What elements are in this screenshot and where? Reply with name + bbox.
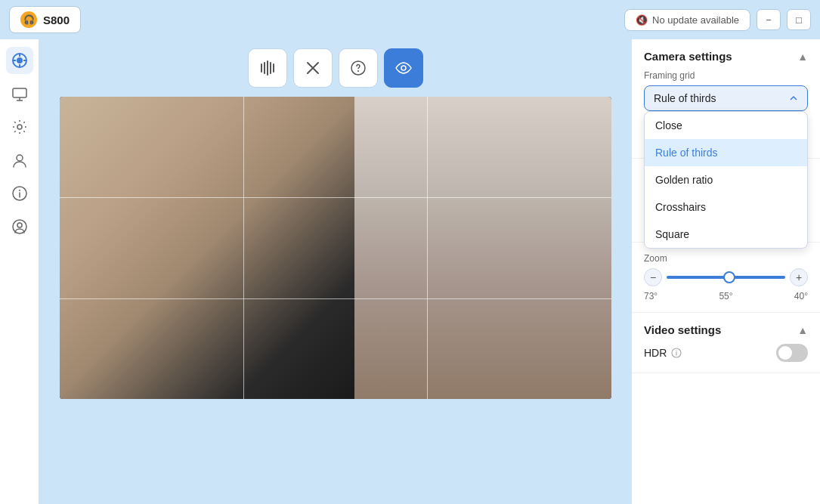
zoom-label-wide: 73° [644, 291, 658, 301]
help-button[interactable] [339, 48, 378, 88]
dropdown-selected-value[interactable]: Rule of thirds [644, 85, 808, 111]
dropdown-menu: Close Rule of thirds Golden ratio Crossh… [644, 111, 808, 249]
svg-point-15 [357, 70, 359, 72]
sidebar-item-user[interactable] [6, 147, 33, 174]
sidebar-item-logo[interactable] [6, 47, 33, 74]
top-bar: 🎧 S800 🔇 No update available − □ [0, 0, 820, 39]
svg-point-23 [676, 351, 677, 351]
zoom-slider-row: − + [644, 268, 808, 286]
camera-settings-collapse[interactable]: ▲ [797, 51, 808, 63]
camera-face-area [60, 97, 354, 399]
video-settings-collapse[interactable]: ▲ [797, 324, 808, 336]
svg-point-4 [17, 155, 23, 161]
square-option-label: Square [655, 228, 689, 240]
crosshairs-option-label: Crosshairs [655, 201, 706, 213]
dropdown-option-rule-of-thirds[interactable]: Rule of thirds [645, 139, 807, 166]
zoom-label-mid: 55° [719, 291, 732, 301]
app-icon: 🎧 [20, 11, 37, 28]
update-button[interactable]: 🔇 No update available [624, 9, 750, 31]
zoom-labels: 73° 55° 40° [644, 291, 808, 301]
svg-rect-9 [261, 63, 262, 73]
sidebar-item-info[interactable] [6, 180, 33, 207]
speaker-icon: 🔇 [636, 14, 648, 26]
maximize-icon: □ [796, 14, 802, 26]
chevron-up-icon [789, 94, 798, 103]
hdr-info-icon [671, 348, 682, 358]
dropdown-option-square[interactable]: Square [645, 221, 807, 248]
update-label: No update available [652, 14, 739, 26]
framing-grid-dropdown[interactable]: Rule of thirds Close Rule of thirds Gold… [644, 85, 808, 111]
svg-rect-13 [273, 63, 274, 73]
video-settings-header: Video settings ▲ [644, 323, 808, 336]
minimize-icon: − [766, 14, 772, 26]
camera-area [39, 39, 631, 504]
hdr-label: HDR [644, 347, 667, 359]
svg-rect-10 [264, 62, 265, 74]
svg-point-8 [17, 223, 22, 227]
zoom-slider-track[interactable] [667, 276, 785, 279]
main-content: Camera settings ▲ Framing grid Rule of t… [0, 39, 820, 504]
minimize-button[interactable]: − [757, 9, 781, 30]
dropdown-option-crosshairs[interactable]: Crosshairs [645, 193, 807, 221]
eye-button[interactable] [384, 48, 423, 88]
app-title-label: S800 [43, 14, 70, 26]
sidebar-item-settings[interactable] [6, 113, 33, 141]
golden-ratio-option-label: Golden ratio [655, 174, 713, 186]
right-panel: Camera settings ▲ Framing grid Rule of t… [631, 39, 820, 504]
zoom-minus-button[interactable]: − [644, 268, 662, 286]
svg-point-3 [17, 125, 22, 129]
svg-point-16 [401, 66, 406, 70]
svg-point-6 [19, 190, 20, 191]
rule-of-thirds-option-label: Rule of thirds [655, 147, 717, 159]
svg-rect-2 [13, 88, 26, 97]
dropdown-option-golden-ratio[interactable]: Golden ratio [645, 166, 807, 193]
camera-settings-header: Camera settings ▲ [644, 50, 808, 63]
wrench-button[interactable] [293, 48, 333, 88]
sidebar-item-monitor[interactable] [6, 80, 33, 107]
camera-view [60, 97, 611, 399]
zoom-label: Zoom [644, 253, 808, 264]
zoom-label-tele: 40° [794, 291, 808, 301]
audio-button[interactable] [248, 48, 287, 88]
dropdown-option-close[interactable]: Close [645, 112, 807, 139]
maximize-button[interactable]: □ [787, 9, 811, 30]
zoom-plus-button[interactable]: + [790, 268, 808, 286]
selected-option-label: Rule of thirds [654, 92, 716, 104]
camera-toolbar [248, 48, 423, 88]
svg-point-1 [17, 57, 23, 63]
camera-settings-title: Camera settings [644, 50, 732, 63]
video-settings-section: Video settings ▲ HDR [632, 313, 820, 373]
camera-settings-section: Camera settings ▲ Framing grid Rule of t… [632, 39, 820, 159]
app-title-button[interactable]: 🎧 S800 [9, 6, 81, 33]
zoom-section: Zoom − + 73° 55° 40° [632, 243, 820, 313]
zoom-slider-thumb[interactable] [723, 271, 735, 283]
framing-grid-label: Framing grid [644, 70, 808, 81]
svg-rect-11 [267, 60, 268, 76]
camera-background-area [354, 97, 611, 399]
hdr-toggle[interactable] [776, 344, 808, 362]
svg-rect-12 [270, 62, 271, 74]
close-option-label: Close [655, 119, 682, 131]
video-settings-title: Video settings [644, 323, 721, 336]
top-right-controls: 🔇 No update available − □ [624, 9, 811, 31]
hdr-toggle-row: HDR [644, 344, 808, 362]
sidebar-item-account[interactable] [6, 213, 33, 240]
sidebar [0, 39, 39, 504]
